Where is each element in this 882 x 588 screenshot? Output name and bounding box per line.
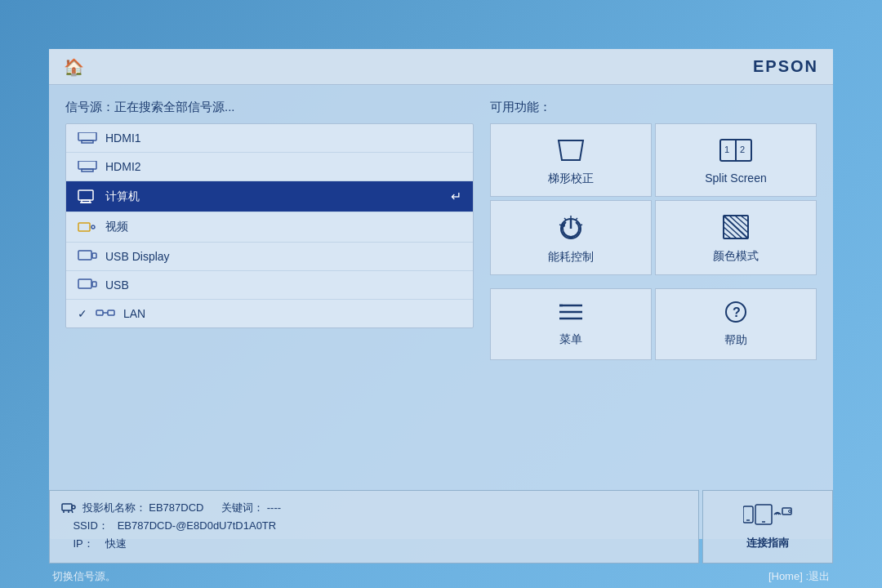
svg-rect-3 xyxy=(82,169,93,172)
signal-source-title: 信号源：正在搜索全部信号源... xyxy=(65,100,474,115)
ip-value: 快速 xyxy=(105,537,127,550)
svg-line-36 xyxy=(724,233,731,238)
usb-display-icon xyxy=(78,250,97,263)
color-mode-icon xyxy=(723,215,749,243)
svg-line-31 xyxy=(580,225,582,225)
svg-rect-11 xyxy=(78,279,91,288)
menu-label: 菜单 xyxy=(559,332,582,347)
main-container: 🏠 EPSON 信号源：正在搜索全部信号源... HDMI1 xyxy=(49,49,833,539)
menu-button[interactable]: 菜单 xyxy=(490,288,652,360)
svg-marker-16 xyxy=(559,140,583,160)
content-area: 信号源：正在搜索全部信号源... HDMI1 xyxy=(49,85,833,433)
trapezoid-icon xyxy=(555,137,586,165)
menu-icon xyxy=(558,301,584,327)
ssid-row: SSID： EB787DCD-@E8D0dU7tD1A0TR xyxy=(61,517,687,535)
feature-trapezoid[interactable]: 梯形校正 xyxy=(490,123,652,197)
home-icon[interactable]: 🏠 xyxy=(64,57,84,77)
svg-rect-7 xyxy=(78,223,90,231)
connect-icon xyxy=(743,503,792,531)
projector-name-row: 投影机名称： EB787DCD 关键词： ---- xyxy=(61,499,687,517)
lan-check: ✓ xyxy=(78,307,87,320)
status-right: [Home] :退出 xyxy=(768,569,830,584)
svg-line-29 xyxy=(576,218,577,220)
feature-split-screen[interactable]: 1 2 Split Screen xyxy=(655,123,817,197)
svg-rect-10 xyxy=(92,253,96,258)
split-screen-icon: 1 2 xyxy=(719,139,752,165)
svg-rect-2 xyxy=(78,161,96,169)
projector-name-value: EB787DCD xyxy=(149,501,203,514)
right-panel: 可用功能： 梯形校正 xyxy=(490,100,817,418)
keyword-label: 关键词： xyxy=(221,501,264,514)
svg-rect-55 xyxy=(782,508,791,514)
svg-line-35 xyxy=(724,227,737,238)
active-arrow: ↵ xyxy=(451,189,461,204)
status-left: 切换信号源。 xyxy=(52,569,116,584)
hdmi2-icon xyxy=(78,161,97,172)
bottom-panel: 投影机名称： EB787DCD 关键词： ---- SSID： EB787DCD… xyxy=(49,490,833,564)
svg-line-39 xyxy=(741,216,748,221)
feature-power-control[interactable]: 能耗控制 xyxy=(490,200,652,275)
signal-item-lan[interactable]: ✓ LAN xyxy=(66,300,473,327)
svg-rect-12 xyxy=(92,282,96,287)
svg-text:1: 1 xyxy=(724,145,729,154)
header: 🏠 EPSON xyxy=(49,49,833,85)
signal-item-hdmi2[interactable]: HDMI2 xyxy=(66,153,473,181)
svg-text:?: ? xyxy=(733,305,741,319)
lan-icon xyxy=(96,307,115,320)
signal-list: HDMI1 HDMI2 xyxy=(65,123,474,328)
svg-point-8 xyxy=(91,225,95,229)
keyword-value: ---- xyxy=(267,501,281,514)
projector-name-label: 投影机名称： xyxy=(82,501,146,514)
svg-point-47 xyxy=(72,506,75,509)
svg-point-25 xyxy=(562,224,565,227)
features-title: 可用功能： xyxy=(490,100,817,115)
action-row: 菜单 ? 帮助 xyxy=(490,288,817,360)
usb-label: USB xyxy=(105,278,129,292)
feature-color-mode[interactable]: 颜色模式 xyxy=(655,200,817,275)
split-screen-label: Split Screen xyxy=(705,172,766,185)
connect-guide-button[interactable]: 连接指南 xyxy=(702,490,833,564)
signal-item-usb-display[interactable]: USB Display xyxy=(66,243,473,271)
usb-icon xyxy=(78,278,97,292)
video-icon xyxy=(78,221,97,233)
help-label: 帮助 xyxy=(724,333,747,348)
svg-rect-13 xyxy=(96,310,103,315)
svg-text:2: 2 xyxy=(740,145,745,154)
trapezoid-label: 梯形校正 xyxy=(548,172,594,186)
power-icon xyxy=(556,214,586,243)
svg-rect-1 xyxy=(82,140,93,143)
svg-rect-9 xyxy=(78,251,91,260)
hdmi1-icon xyxy=(78,132,97,144)
features-grid: 梯形校正 1 2 Split Screen xyxy=(490,123,817,275)
svg-rect-14 xyxy=(108,310,114,315)
usb-display-label: USB Display xyxy=(105,250,170,263)
svg-line-28 xyxy=(564,218,566,220)
lan-label: LAN xyxy=(123,307,145,320)
svg-line-30 xyxy=(559,225,562,225)
epson-logo: EPSON xyxy=(753,57,818,76)
help-icon: ? xyxy=(724,301,747,328)
signal-item-computer[interactable]: 计算机 ↵ xyxy=(66,181,473,212)
svg-rect-46 xyxy=(62,504,72,510)
ssid-value: EB787DCD-@E8D0dU7tD1A0TR xyxy=(118,519,277,532)
status-bar: 切换信号源。 [Home] :退出 xyxy=(49,565,833,588)
ip-label: IP： xyxy=(73,537,93,550)
hdmi1-label: HDMI1 xyxy=(105,131,141,145)
ip-row: IP： 快速 xyxy=(61,535,687,553)
color-mode-label: 颜色模式 xyxy=(713,249,759,264)
hdmi2-label: HDMI2 xyxy=(105,160,141,173)
signal-item-hdmi1[interactable]: HDMI1 xyxy=(66,124,473,153)
signal-item-video[interactable]: 视频 xyxy=(66,212,473,243)
svg-line-38 xyxy=(735,216,748,227)
signal-item-usb[interactable]: USB xyxy=(66,271,473,300)
svg-rect-0 xyxy=(78,132,96,140)
computer-label: 计算机 xyxy=(105,189,140,204)
projector-info: 投影机名称： EB787DCD 关键词： ---- SSID： EB787DCD… xyxy=(49,490,699,564)
computer-icon xyxy=(78,189,97,204)
svg-rect-4 xyxy=(78,190,93,200)
left-panel: 信号源：正在搜索全部信号源... HDMI1 xyxy=(65,100,474,418)
video-label: 视频 xyxy=(105,220,128,234)
help-button[interactable]: ? 帮助 xyxy=(655,288,817,360)
connect-guide-label: 连接指南 xyxy=(746,536,789,550)
ssid-label: SSID： xyxy=(73,519,108,532)
